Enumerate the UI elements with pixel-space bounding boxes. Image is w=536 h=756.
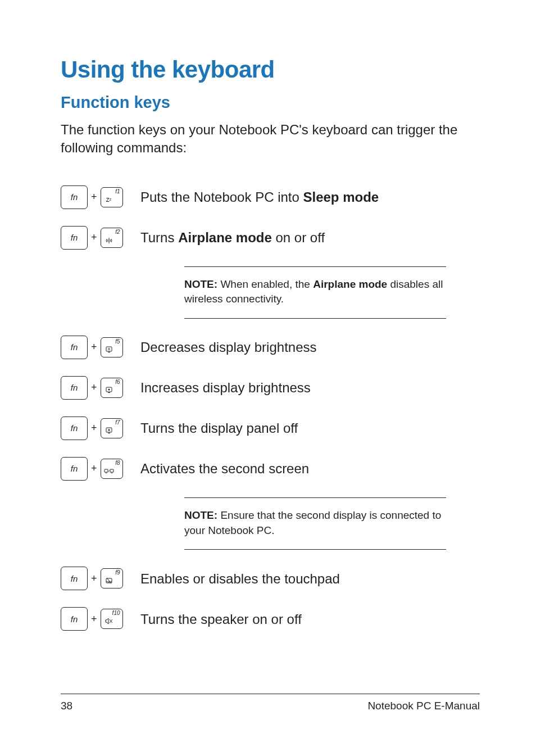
fn-row-airplane: fn + f2 Turns Airplane mode on or off	[61, 226, 480, 250]
fn-key-icon: fn	[61, 417, 88, 440]
plus-icon: +	[91, 573, 97, 585]
plus-icon: +	[91, 341, 97, 353]
f8-key-icon: f8 /	[101, 459, 123, 479]
note-second-display: NOTE: Ensure that the second display is …	[184, 497, 446, 550]
svg-rect-11	[110, 469, 113, 472]
f10-key-icon: f10	[101, 609, 123, 629]
page-footer: 38 Notebook PC E-Manual	[61, 694, 480, 712]
note-bold2: Airplane mode	[313, 278, 387, 290]
fn-row-display-off: fn + f7 Turns the display panel off	[61, 417, 480, 440]
f-key-label: f2	[115, 229, 120, 235]
svg-rect-12	[111, 473, 112, 473]
fn-row-description: Increases display brightness	[140, 379, 480, 396]
divider	[184, 549, 446, 550]
f9-key-icon: f9	[101, 568, 123, 588]
desc-text: Turns the display panel off	[140, 420, 298, 436]
plus-icon: +	[91, 382, 97, 393]
plus-icon: +	[91, 191, 97, 203]
brightness-down-icon	[103, 344, 115, 355]
desc-text: Increases display brightness	[140, 380, 311, 395]
fn-row-brightness-up: fn + f6 Increases display brightness	[61, 376, 480, 400]
key-combo: fn + f2	[61, 226, 140, 250]
fn-key-icon: fn	[61, 336, 88, 359]
fn-key-icon: fn	[61, 457, 88, 481]
desc-text: Turns	[140, 230, 178, 245]
speaker-mute-icon	[103, 615, 115, 627]
f-key-label: f1	[115, 188, 120, 194]
touchpad-icon	[103, 575, 115, 586]
f-key-label: f7	[115, 419, 120, 425]
display-off-icon	[103, 425, 115, 436]
key-combo: fn + f5	[61, 336, 140, 359]
fn-row-description: Turns the display panel off	[140, 419, 480, 437]
desc-text: Enables or disables the touchpad	[140, 571, 340, 586]
svg-point-4	[108, 388, 110, 390]
note-post: Ensure that the second display is connec…	[184, 509, 441, 536]
note-airplane: NOTE: When enabled, the Airplane mode di…	[184, 266, 446, 319]
svg-rect-2	[108, 352, 110, 352]
svg-rect-5	[108, 392, 110, 393]
sleep-zz-icon: zz	[103, 194, 115, 205]
svg-rect-0	[106, 347, 112, 351]
desc-bold: Sleep mode	[303, 189, 379, 205]
fn-key-icon: fn	[61, 607, 88, 631]
key-combo: fn + f1 zz	[61, 185, 140, 209]
fn-row-description: Turns Airplane mode on or off	[140, 229, 480, 246]
plus-icon: +	[91, 232, 97, 243]
desc-text: Turns the speaker on or off	[140, 612, 302, 627]
fn-row-description: Enables or disables the touchpad	[140, 570, 480, 587]
f-key-label: f6	[115, 379, 120, 385]
footer-divider	[61, 694, 480, 694]
f6-key-icon: f6	[101, 378, 123, 398]
divider	[184, 318, 446, 319]
manual-page: Using the keyboard Function keys The fun…	[0, 0, 536, 756]
f5-key-icon: f5	[101, 337, 123, 357]
desc-text: Activates the second screen	[140, 461, 309, 476]
page-title: Using the keyboard	[61, 56, 480, 83]
desc-text: Puts the Notebook PC into	[140, 189, 303, 205]
key-combo: fn + f9	[61, 567, 140, 590]
section-heading: Function keys	[61, 93, 480, 112]
antenna-icon	[103, 234, 115, 246]
svg-point-1	[108, 348, 110, 350]
key-combo: fn + f7	[61, 417, 140, 440]
document-title: Notebook PC E-Manual	[367, 700, 480, 712]
fn-key-icon: fn	[61, 226, 88, 250]
dual-screen-icon: /	[103, 465, 115, 477]
plus-icon: +	[91, 422, 97, 434]
svg-text:/: /	[108, 469, 110, 473]
note-text: NOTE: Ensure that the second display is …	[184, 498, 446, 549]
fn-row-description: Turns the speaker on or off	[140, 610, 480, 628]
svg-rect-9	[105, 473, 107, 473]
desc-text: Decreases display brightness	[140, 339, 317, 355]
note-mid: When enabled, the	[217, 278, 313, 290]
intro-paragraph: The function keys on your Notebook PC's …	[61, 121, 480, 157]
key-combo: fn + f6	[61, 376, 140, 400]
fn-row-touchpad: fn + f9 Enables or disables the touchpad	[61, 567, 480, 590]
svg-rect-7	[108, 433, 110, 433]
key-combo: fn + f8 /	[61, 457, 140, 481]
plus-icon: +	[91, 613, 97, 625]
desc-text-post: on or off	[272, 230, 325, 245]
fn-row-description: Activates the second screen	[140, 460, 480, 477]
svg-rect-8	[105, 469, 108, 472]
page-number: 38	[61, 700, 72, 712]
note-label: NOTE:	[184, 278, 217, 290]
note-text: NOTE: When enabled, the Airplane mode di…	[184, 267, 446, 318]
fn-row-description: Decreases display brightness	[140, 338, 480, 356]
brightness-up-icon	[103, 384, 115, 396]
fn-key-icon: fn	[61, 567, 88, 590]
fn-row-brightness-down: fn + f5 Decreases display brightness	[61, 336, 480, 359]
fn-row-second-screen: fn + f8 / Activates the second screen	[61, 457, 480, 481]
note-label: NOTE:	[184, 509, 217, 521]
fn-key-icon: fn	[61, 185, 88, 209]
fn-row-sleep: fn + f1 zz Puts the Notebook PC into Sle…	[61, 185, 480, 209]
plus-icon: +	[91, 463, 97, 474]
fn-row-description: Puts the Notebook PC into Sleep mode	[140, 188, 480, 206]
fn-key-icon: fn	[61, 376, 88, 400]
fn-row-speaker: fn + f10 Turns the speaker on or off	[61, 607, 480, 631]
desc-bold: Airplane mode	[178, 230, 272, 245]
f-key-label: f9	[115, 569, 120, 576]
f1-key-icon: f1 zz	[101, 187, 123, 207]
key-combo: fn + f10	[61, 607, 140, 631]
